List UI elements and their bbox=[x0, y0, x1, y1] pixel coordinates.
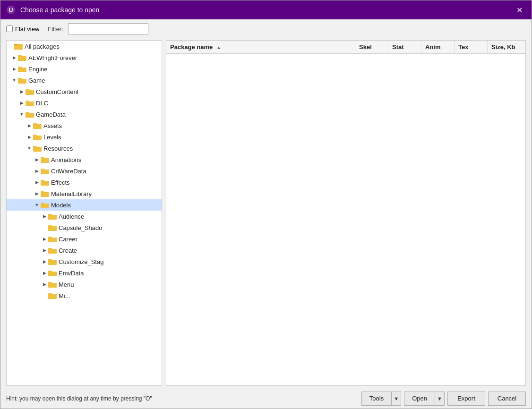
tree-item-game[interactable]: ▼ Game bbox=[7, 75, 162, 86]
tree-item-effects[interactable]: ▶ Effects bbox=[7, 177, 162, 188]
folder-icon bbox=[26, 111, 34, 118]
tree-label-models: Models bbox=[51, 202, 71, 209]
tree-toggle-customize[interactable]: ▶ bbox=[41, 258, 48, 265]
tree-item-audience[interactable]: ▶ Audience bbox=[7, 211, 162, 222]
tree-toggle-resources[interactable]: ▼ bbox=[26, 145, 33, 152]
tree-label-create: Create bbox=[59, 247, 77, 254]
tree-item-dlc[interactable]: ▶ DLC bbox=[7, 97, 162, 109]
cancel-button[interactable]: Cancel bbox=[488, 392, 526, 406]
tree-label-customcontent: CustomContent bbox=[36, 88, 78, 95]
tree-toggle-menu[interactable]: ▶ bbox=[41, 281, 48, 288]
tree-item-aew[interactable]: ▶ AEWFightForever bbox=[7, 52, 162, 63]
tree-item-capsule[interactable]: Capsule_Shado bbox=[7, 222, 162, 233]
tree-item-criwaredata[interactable]: ▶ CriWareData bbox=[7, 165, 162, 177]
open-dropdown-button[interactable]: ▼ bbox=[435, 392, 445, 406]
tree-toggle-gamedata[interactable]: ▼ bbox=[18, 111, 26, 118]
tree-item-create[interactable]: ▶ Create bbox=[7, 245, 162, 256]
tree-toggle-levels[interactable]: ▶ bbox=[26, 133, 33, 141]
tree-toggle-assets[interactable]: ▶ bbox=[26, 122, 33, 129]
app-icon: U bbox=[6, 5, 16, 15]
tree-toggle-career[interactable]: ▶ bbox=[41, 235, 48, 243]
tree-label-gamedata: GameData bbox=[36, 111, 66, 118]
tree-toggle-effects[interactable]: ▶ bbox=[33, 179, 41, 186]
tree-item-models[interactable]: ▼ Models bbox=[7, 199, 162, 211]
flatview-label[interactable]: Flat view bbox=[15, 26, 39, 33]
tree-toggle-create[interactable]: ▶ bbox=[41, 247, 48, 254]
tree-label-menu: Menu bbox=[59, 281, 74, 288]
folder-icon bbox=[18, 77, 26, 84]
dialog: U Choose a package to open ✕ Flat view F… bbox=[0, 0, 532, 409]
filter-label: Filter: bbox=[48, 26, 63, 33]
tree-item-customize[interactable]: ▶ Customize_Stag bbox=[7, 256, 162, 267]
svg-rect-44 bbox=[48, 271, 52, 273]
col-header-stat[interactable]: Stat bbox=[388, 41, 421, 53]
col-header-size-label: Size, Kb bbox=[491, 43, 515, 51]
folder-icon bbox=[48, 292, 57, 299]
col-header-name[interactable]: Package name ▲ bbox=[166, 41, 355, 53]
tree-toggle-game[interactable]: ▼ bbox=[10, 77, 18, 84]
tree-toggle-aew[interactable]: ▶ bbox=[10, 54, 18, 61]
tree-label-engine: Engine bbox=[28, 66, 47, 73]
tree-toggle-engine[interactable]: ▶ bbox=[10, 65, 18, 73]
col-header-anim[interactable]: Anim bbox=[421, 41, 455, 53]
svg-rect-8 bbox=[18, 67, 22, 68]
svg-rect-30 bbox=[41, 191, 44, 193]
tree-root[interactable]: All packages bbox=[7, 41, 162, 52]
folder-icon bbox=[48, 281, 57, 288]
tree-toggle-models[interactable]: ▼ bbox=[33, 201, 41, 209]
tree-panel[interactable]: All packages ▶ AEWFightForever ▶ bbox=[6, 40, 162, 386]
tree-toggle-audience[interactable]: ▶ bbox=[41, 213, 48, 220]
tree-label-capsule: Capsule_Shado bbox=[59, 224, 103, 231]
svg-rect-28 bbox=[41, 180, 44, 182]
tree-toggle-emvdata[interactable]: ▶ bbox=[41, 269, 48, 277]
tree-toggle-dlc[interactable]: ▶ bbox=[18, 99, 26, 107]
folder-icon bbox=[18, 65, 26, 73]
svg-rect-16 bbox=[26, 112, 29, 114]
tree-item-emvdata[interactable]: ▶ EmvData bbox=[7, 267, 162, 279]
tree-item-levels[interactable]: ▶ Levels bbox=[7, 131, 162, 143]
col-header-tex[interactable]: Tex bbox=[455, 41, 488, 53]
tools-btn-wrapper: Tools ▼ bbox=[361, 392, 401, 406]
tree-label-levels: Levels bbox=[43, 134, 61, 141]
svg-rect-38 bbox=[48, 237, 52, 239]
toolbar: Flat view Filter: bbox=[0, 19, 532, 38]
tree-label-materiallibrary: MaterialLibrary bbox=[51, 190, 92, 197]
tree-toggle-criwaredata[interactable]: ▶ bbox=[33, 167, 41, 175]
tree-toggle-customcontent[interactable]: ▶ bbox=[18, 88, 26, 95]
tree-item-customcontent[interactable]: ▶ CustomContent bbox=[7, 86, 162, 97]
filter-input[interactable] bbox=[68, 23, 148, 34]
export-button[interactable]: Export bbox=[447, 392, 485, 406]
close-button[interactable]: ✕ bbox=[513, 3, 526, 17]
folder-icon bbox=[41, 179, 49, 186]
tree-item-menu[interactable]: ▶ Menu bbox=[7, 279, 162, 290]
tree-item-gamedata[interactable]: ▼ GameData bbox=[7, 109, 162, 120]
table-panel: Package name ▲ Skel Stat Anim Tex Size, … bbox=[166, 40, 526, 386]
tree-item-misc[interactable]: Mi... bbox=[7, 290, 162, 301]
svg-rect-36 bbox=[48, 225, 52, 227]
tree-item-assets[interactable]: ▶ Assets bbox=[7, 120, 162, 131]
tools-button[interactable]: Tools bbox=[361, 392, 392, 406]
tree-item-animations[interactable]: ▶ Animations bbox=[7, 154, 162, 165]
col-header-size[interactable]: Size, Kb bbox=[488, 41, 525, 53]
folder-icon bbox=[48, 224, 57, 231]
dialog-title: Choose a package to open bbox=[20, 6, 513, 14]
tree-label-aew: AEWFightForever bbox=[28, 54, 77, 61]
tree-toggle-animations[interactable]: ▶ bbox=[33, 156, 41, 163]
svg-rect-4 bbox=[14, 45, 23, 50]
tree-label-dlc: DLC bbox=[36, 100, 48, 107]
col-header-tex-label: Tex bbox=[458, 43, 468, 51]
status-bar: Hint: you may open this dialog at any ti… bbox=[0, 388, 532, 409]
tools-dropdown-button[interactable]: ▼ bbox=[392, 392, 401, 406]
tree-item-resources[interactable]: ▼ Resources bbox=[7, 143, 162, 154]
open-button[interactable]: Open bbox=[404, 392, 435, 406]
tree-item-materiallibrary[interactable]: ▶ MaterialLibrary bbox=[7, 188, 162, 199]
tree-item-career[interactable]: ▶ Career bbox=[7, 233, 162, 245]
tree-label-emvdata: EmvData bbox=[59, 270, 84, 277]
col-header-skel[interactable]: Skel bbox=[355, 41, 388, 53]
hint-text: Hint: you may open this dialog at any ti… bbox=[6, 395, 152, 402]
tree-item-engine[interactable]: ▶ Engine bbox=[7, 63, 162, 75]
tree-toggle-materiallibrary[interactable]: ▶ bbox=[33, 190, 41, 197]
col-header-name-label: Package name bbox=[170, 43, 213, 51]
tree-label-game: Game bbox=[28, 77, 45, 84]
flatview-checkbox[interactable] bbox=[6, 26, 13, 32]
